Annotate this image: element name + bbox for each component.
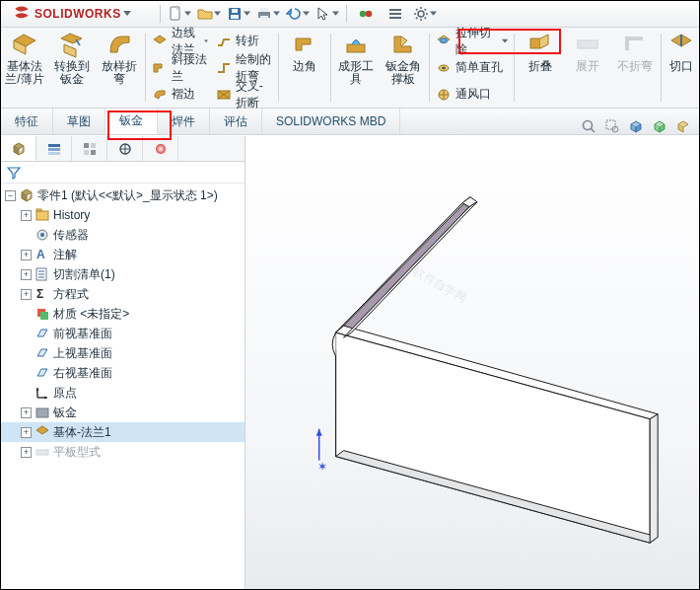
svg-rect-5: [260, 8, 268, 12]
svg-rect-39: [48, 152, 60, 155]
svg-rect-25: [441, 38, 447, 42]
solidworks-logo-icon: [11, 3, 33, 25]
fold-button[interactable]: 折叠: [517, 28, 564, 108]
zoom-fit-icon[interactable]: [579, 116, 598, 136]
tree-item-front-plane[interactable]: 前视基准面: [1, 324, 245, 343]
tree-item-origin[interactable]: 原点: [1, 383, 245, 403]
quick-access-toolbar: [157, 3, 439, 25]
base-flange-button[interactable]: 基体法兰/薄片: [1, 28, 48, 108]
svg-line-19: [416, 18, 417, 19]
tree-item-flat-pattern[interactable]: +平板型式: [1, 442, 245, 462]
miter-flange-button[interactable]: 斜接法兰: [148, 56, 212, 80]
app-logo[interactable]: SOLIDWORKS: [5, 3, 137, 25]
equations-icon: Σ: [35, 286, 50, 302]
convert-to-sheetmetal-button[interactable]: 转换到钣金: [48, 28, 96, 108]
lofted-bend-button[interactable]: 放样折弯: [96, 28, 143, 108]
graphics-viewport[interactable]: 软件自学网 ✶: [245, 136, 699, 589]
plane-icon: [35, 326, 50, 341]
svg-rect-42: [84, 150, 89, 155]
origin-icon: [35, 385, 50, 401]
open-file-button[interactable]: [195, 3, 223, 25]
flat-pattern-icon: [35, 444, 50, 460]
rip-button[interactable]: 切口: [664, 28, 699, 108]
tab-features[interactable]: 特征: [1, 109, 53, 134]
svg-rect-24: [347, 44, 365, 52]
svg-point-8: [365, 11, 371, 17]
svg-text:✶: ✶: [317, 460, 327, 474]
cross-break-button[interactable]: 交叉-折断: [212, 83, 276, 107]
svg-line-18: [424, 18, 425, 19]
sketched-bend-button[interactable]: 绘制的折弯: [212, 56, 276, 80]
svg-rect-37: [48, 144, 60, 147]
tree-item-cutlist[interactable]: +切割清单(1): [1, 264, 245, 284]
tree-item-equations[interactable]: +Σ方程式: [1, 284, 245, 304]
tree-item-annotations[interactable]: +A注解: [1, 245, 245, 264]
tree-item-history[interactable]: +History: [1, 205, 245, 225]
svg-text:Σ: Σ: [36, 287, 43, 301]
funnel-icon: [7, 166, 21, 180]
tab-sketch[interactable]: 草图: [53, 109, 105, 134]
tree-item-right-plane[interactable]: 右视基准面: [1, 363, 245, 383]
svg-rect-2: [232, 9, 238, 13]
simple-hole-button[interactable]: 简单直孔: [432, 56, 512, 80]
vent-button[interactable]: 通风口: [432, 83, 512, 107]
svg-line-34: [592, 129, 595, 133]
tree-root[interactable]: −零件1 (默认<<默认>_显示状态 1>): [1, 185, 245, 205]
svg-rect-6: [260, 16, 268, 20]
svg-text:软件自学网: 软件自学网: [411, 264, 469, 306]
edge-flange-button[interactable]: 边线法兰: [148, 30, 212, 53]
plane-icon: [35, 345, 50, 361]
chevron-down-icon: [123, 10, 131, 18]
save-button[interactable]: [225, 3, 252, 25]
print-button[interactable]: [254, 3, 282, 25]
tree-item-base-flange1[interactable]: +基体-法兰1: [1, 422, 245, 442]
section-view-icon[interactable]: [673, 116, 693, 136]
options-list-button[interactable]: [382, 3, 409, 25]
tree-item-sensors[interactable]: 传感器: [1, 225, 245, 245]
corners-button[interactable]: 边角: [281, 28, 328, 108]
sensor-icon: [35, 227, 50, 243]
no-bend-button[interactable]: 不折弯: [611, 28, 659, 108]
heads-up-view-toolbar: [579, 116, 693, 136]
svg-rect-41: [91, 143, 96, 148]
jog-button[interactable]: 转折: [212, 30, 276, 53]
feature-manager-panel: −零件1 (默认<<默认>_显示状态 1>) +History 传感器 +A注解…: [1, 136, 245, 589]
material-icon: [35, 306, 50, 322]
svg-rect-35: [606, 120, 615, 129]
feature-manager-tab[interactable]: [1, 136, 36, 161]
unfold-button[interactable]: 展开: [564, 28, 611, 108]
svg-rect-3: [231, 15, 239, 19]
gusset-button[interactable]: 钣金角撑板: [380, 28, 427, 108]
undo-button[interactable]: [284, 3, 312, 25]
tree-item-material[interactable]: 材质 <未指定>: [1, 304, 245, 324]
svg-rect-31: [578, 40, 597, 48]
select-button[interactable]: [314, 3, 341, 25]
view-orientation-icon[interactable]: [626, 116, 646, 136]
command-manager-ribbon: 基体法兰/薄片 转换到钣金 放样折弯 边线法兰 斜接法兰 褶边 转折 绘制的折弯…: [1, 28, 699, 109]
feature-tree[interactable]: −零件1 (默认<<默认>_显示状态 1>) +History 传感器 +A注解…: [1, 184, 245, 589]
tab-sheetmetal[interactable]: 钣金: [105, 109, 158, 134]
tree-item-sheetmetal-folder[interactable]: +钣金: [1, 403, 245, 422]
tab-evaluate[interactable]: 评估: [210, 109, 262, 134]
dimxpert-manager-tab[interactable]: [107, 136, 143, 161]
rebuild-button[interactable]: [352, 3, 380, 25]
tab-mbd[interactable]: SOLIDWORKS MBD: [262, 109, 400, 134]
new-file-button[interactable]: [166, 3, 193, 25]
settings-button[interactable]: [411, 3, 439, 25]
extruded-cut-button[interactable]: 拉伸切除: [432, 30, 512, 53]
display-manager-tab[interactable]: [143, 136, 178, 161]
base-flange-icon: [35, 424, 50, 440]
tree-item-top-plane[interactable]: 上视基准面: [1, 343, 245, 363]
svg-rect-11: [389, 17, 401, 19]
hem-button[interactable]: 褶边: [148, 83, 212, 107]
plane-icon: [35, 365, 50, 381]
zoom-area-icon[interactable]: [602, 116, 622, 136]
history-icon: [35, 207, 50, 223]
property-manager-tab[interactable]: [36, 136, 72, 161]
display-style-icon[interactable]: [650, 116, 669, 136]
tab-weldments[interactable]: 焊件: [158, 109, 210, 134]
configuration-manager-tab[interactable]: [72, 136, 107, 161]
tree-filter-row[interactable]: [1, 162, 245, 184]
manager-tab-bar: [1, 136, 245, 162]
forming-tool-button[interactable]: 成形工具: [332, 28, 380, 108]
